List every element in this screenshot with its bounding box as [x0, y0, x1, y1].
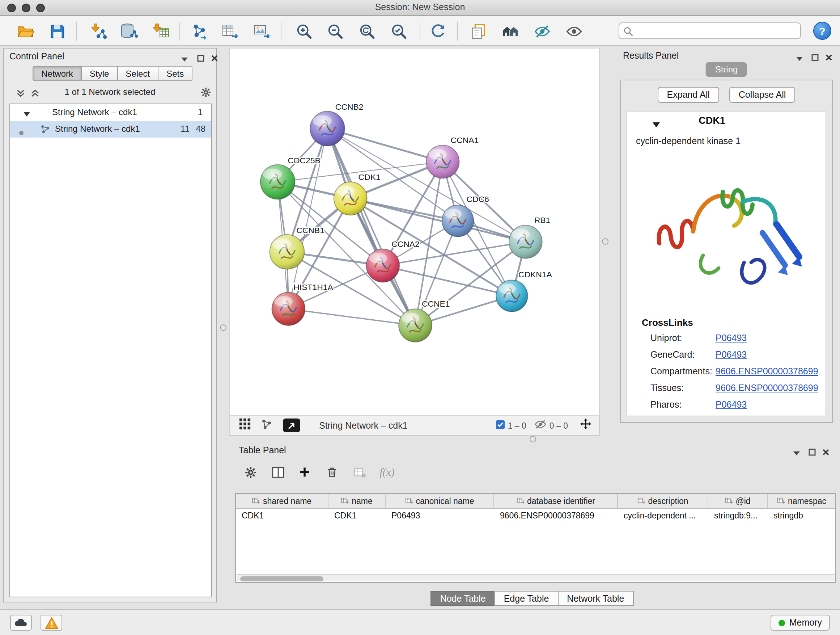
cloud-status-button[interactable] — [10, 615, 32, 631]
zoom-fit-button[interactable] — [355, 19, 379, 43]
panel-float-button[interactable] — [811, 51, 819, 65]
network-node-cdk1[interactable]: CDK1 — [334, 172, 381, 215]
network-node-ccnb1[interactable]: CCNB1 — [270, 226, 325, 269]
show-columns-button[interactable] — [268, 463, 287, 481]
crosslink-value-link[interactable]: 9606.ENSP00000378699 — [715, 383, 818, 393]
column-header-canonical-name[interactable]: canonical name — [386, 494, 494, 508]
panel-undock-button[interactable] — [180, 53, 189, 66]
panel-close-button[interactable] — [822, 446, 830, 459]
crosslink-value-link[interactable]: 9606.ENSP00000378699 — [715, 366, 818, 377]
table-row[interactable]: CDK1CDK1P064939606.ENSP00000378699cyclin… — [236, 509, 835, 524]
export-network-button[interactable] — [187, 19, 211, 43]
column-header-shared-name[interactable]: shared name — [236, 494, 328, 508]
network-canvas[interactable]: CCNB2CCNA1CDC25BCDK1CDC6RB1CCNB1CCNA2CDK… — [229, 48, 600, 416]
crosslink-value-link[interactable]: P06493 — [715, 333, 747, 343]
delete-table-button[interactable] — [350, 463, 369, 481]
toggle-graphics-details-button[interactable] — [530, 19, 554, 43]
import-network-database-button[interactable] — [117, 19, 141, 43]
column-header-database-identifier[interactable]: database identifier — [494, 494, 618, 508]
zoom-selected-button[interactable] — [386, 19, 411, 43]
cytoscape-home-button[interactable] — [499, 19, 523, 43]
network-view-toolbar: String Network – cdk1 1 – 0 0 – 0 — [229, 416, 600, 436]
network-node-ccnb2[interactable]: CCNB2 — [310, 102, 363, 146]
column-header--id[interactable]: @id — [708, 494, 767, 508]
export-table-button[interactable] — [218, 19, 242, 43]
refresh-view-button[interactable] — [425, 19, 450, 43]
open-documentation-button[interactable] — [466, 19, 491, 43]
network-selection-status: 1 of 1 Network selected — [4, 87, 216, 97]
birdseye-view-button[interactable] — [283, 418, 300, 432]
collapse-all-button[interactable]: Collapse All — [729, 87, 796, 103]
network-node-rb1[interactable]: RB1 — [509, 215, 550, 258]
table-options-button[interactable] — [241, 463, 260, 481]
tab-select[interactable]: Select — [117, 66, 158, 81]
column-header-description[interactable]: description — [618, 494, 708, 508]
node-table[interactable]: shared namenamecanonical namedatabase id… — [235, 493, 836, 583]
panel-undock-button[interactable] — [792, 447, 801, 460]
expand-all-button[interactable]: Expand All — [658, 87, 719, 103]
import-network-file-button[interactable] — [86, 19, 111, 43]
table-body: CDK1CDK1P064939606.ENSP00000378699cyclin… — [236, 509, 835, 524]
network-node-ccna1[interactable]: CCNA1 — [426, 135, 478, 179]
save-session-button[interactable] — [45, 19, 69, 43]
bottom-splitter-handle[interactable] — [530, 436, 536, 442]
scrollbar-thumb[interactable] — [240, 576, 324, 581]
crosslink-row: Uniprot:P06493 — [627, 333, 826, 348]
crosslink-value-link[interactable]: P06493 — [715, 400, 747, 410]
column-header-namespac[interactable]: namespac — [767, 494, 836, 508]
column-header-name[interactable]: name — [328, 494, 386, 508]
search-icon — [623, 26, 634, 37]
network-collection-row[interactable]: String Network – cdk1 1 — [10, 104, 211, 121]
network-options-button[interactable] — [201, 87, 211, 101]
crosslink-value-link[interactable]: P06493 — [715, 350, 747, 360]
warnings-button[interactable] — [41, 615, 62, 631]
network-view-share-button[interactable] — [261, 418, 273, 432]
string-network-graph[interactable]: CCNB2CCNA1CDC25BCDK1CDC6RB1CCNB1CCNA2CDK… — [230, 49, 599, 415]
panel-close-button[interactable] — [825, 51, 833, 65]
tab-sets[interactable]: Sets — [158, 66, 193, 81]
memory-button[interactable]: Memory — [771, 615, 830, 631]
zoom-in-button[interactable] — [292, 19, 316, 43]
tab-style[interactable]: Style — [81, 66, 118, 81]
network-node-count: 11 — [180, 124, 189, 134]
panel-close-button[interactable] — [210, 52, 218, 65]
right-splitter-handle[interactable] — [602, 238, 608, 245]
add-column-button[interactable] — [295, 463, 314, 481]
network-row-selected[interactable]: String Network – cdk1 11 48 — [10, 121, 211, 138]
close-window-button[interactable] — [7, 4, 16, 12]
protein-name: CDK1 — [627, 115, 797, 126]
tab-network[interactable]: Network — [33, 66, 82, 81]
grid-view-button[interactable] — [239, 418, 251, 433]
trash-icon — [325, 466, 339, 478]
function-builder-button[interactable]: f(x) — [378, 463, 396, 481]
toolbar-search-box[interactable] — [619, 22, 801, 39]
tree-expand-caret-icon[interactable] — [23, 109, 30, 119]
tab-node-table[interactable]: Node Table — [431, 591, 495, 606]
table-horizontal-scrollbar[interactable] — [237, 574, 836, 581]
results-tab-string[interactable]: String — [706, 62, 747, 77]
delete-column-button[interactable] — [323, 463, 341, 481]
network-node-cdkn1a[interactable]: CDKN1A — [496, 270, 552, 312]
export-image-button[interactable] — [249, 19, 274, 43]
tab-edge-table[interactable]: Edge Table — [494, 591, 559, 606]
left-splitter-handle[interactable] — [220, 325, 226, 331]
network-edge — [327, 128, 443, 162]
panel-float-button[interactable] — [197, 52, 205, 65]
help-button[interactable]: ? — [813, 22, 831, 40]
toolbar-separator — [180, 22, 180, 41]
hidden-eye-icon[interactable] — [535, 419, 546, 432]
import-table-file-button[interactable] — [148, 19, 173, 43]
tab-network-table[interactable]: Network Table — [557, 591, 633, 606]
panel-undock-button[interactable] — [795, 52, 804, 65]
open-session-button[interactable] — [13, 19, 38, 43]
network-node-hist1h1a[interactable]: HIST1H1A — [272, 282, 333, 325]
panel-float-button[interactable] — [808, 446, 816, 459]
selected-checkbox-icon[interactable] — [496, 419, 505, 432]
minimize-window-button[interactable] — [22, 4, 30, 12]
search-input[interactable] — [635, 24, 797, 38]
pan-network-button[interactable] — [579, 418, 592, 433]
show-hide-graphics-button[interactable] — [561, 19, 586, 43]
zoom-window-button[interactable] — [36, 4, 45, 12]
status-bar: Memory — [0, 609, 840, 635]
zoom-out-button[interactable] — [323, 19, 347, 43]
